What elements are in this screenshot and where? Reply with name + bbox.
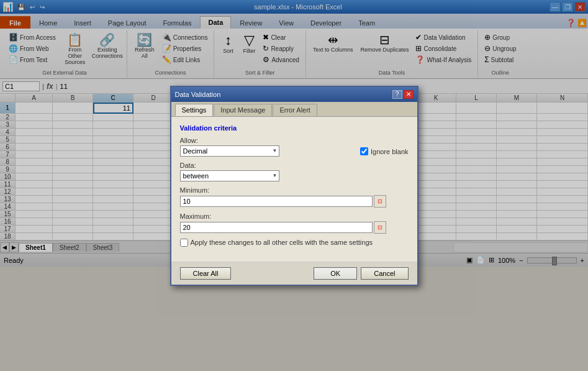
apply-changes-checkbox[interactable] (180, 239, 188, 247)
dialog-tab-settings[interactable]: Settings (175, 104, 214, 116)
maximum-label: Maximum: (180, 213, 409, 220)
clear-all-button[interactable]: Clear All (180, 267, 232, 280)
allow-label: Allow: (180, 137, 355, 144)
allow-section: Allow: Decimal ▼ (180, 137, 355, 157)
dialog-tabs: Settings Input Message Error Alert (171, 102, 417, 117)
data-select-wrapper: between ▼ (180, 170, 279, 181)
dialog-footer: Clear All OK Cancel (171, 262, 417, 285)
maximum-cell-ref-button[interactable]: ⊡ (374, 221, 386, 234)
data-label: Data: (180, 162, 409, 169)
dialog-controls: ? ✕ (392, 90, 414, 99)
cancel-button[interactable]: Cancel (361, 267, 408, 280)
dialog-close-button[interactable]: ✕ (404, 90, 414, 99)
dialog-ok-cancel: OK Cancel (314, 267, 408, 280)
ok-button[interactable]: OK (314, 267, 357, 280)
cell-ref-icon2: ⊡ (378, 224, 382, 231)
cell-ref-icon: ⊡ (378, 198, 382, 204)
dialog-title: Data Validation (175, 91, 221, 98)
maximum-row: Maximum: ⊡ (180, 213, 409, 234)
minimum-cell-ref-button[interactable]: ⊡ (374, 195, 386, 208)
ignore-blank-section: Ignore blank (360, 147, 409, 155)
dialog-tab-error-alert[interactable]: Error Alert (273, 104, 317, 116)
modal-overlay: Data Validation ? ✕ Settings Input Messa… (0, 0, 588, 371)
ignore-blank-checkbox[interactable] (360, 147, 368, 155)
dialog-title-bar: Data Validation ? ✕ (171, 87, 417, 102)
data-row: Data: between ▼ (180, 162, 409, 181)
minimum-input[interactable] (180, 196, 373, 207)
ignore-blank-label[interactable]: Ignore blank (371, 148, 409, 155)
validation-criteria-heading: Validation criteria (180, 124, 409, 132)
dialog-help-button[interactable]: ? (392, 90, 402, 99)
apply-changes-row: Apply these changes to all other cells w… (180, 239, 409, 247)
allow-select-wrapper: Decimal ▼ (180, 145, 279, 157)
maximum-input[interactable] (180, 222, 373, 233)
allow-row: Allow: Decimal ▼ Ignore blank (180, 137, 409, 157)
minimum-label: Minimum: (180, 186, 409, 194)
apply-changes-label[interactable]: Apply these changes to all other cells w… (191, 239, 373, 246)
data-validation-dialog: Data Validation ? ✕ Settings Input Messa… (170, 86, 418, 286)
maximum-input-group: ⊡ (180, 221, 409, 234)
dialog-tab-input-message[interactable]: Input Message (214, 104, 272, 116)
minimum-input-group: ⊡ (180, 195, 409, 208)
minimum-row: Minimum: ⊡ (180, 186, 409, 208)
dialog-body: Validation criteria Allow: Decimal ▼ Ign… (171, 117, 417, 262)
data-select[interactable]: between (180, 170, 279, 181)
allow-select[interactable]: Decimal (180, 145, 279, 157)
